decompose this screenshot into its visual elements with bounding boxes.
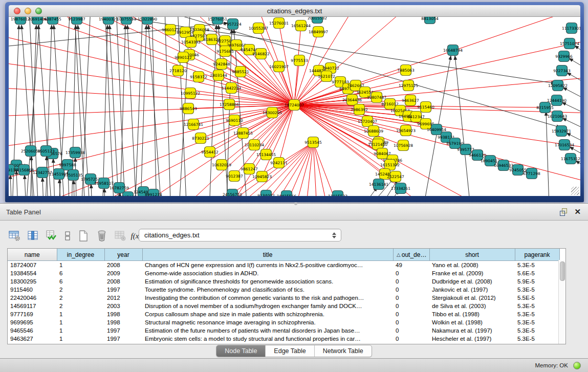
table-row[interactable]: 1456911722003Disruption of a novel membe… bbox=[8, 302, 559, 310]
graph-node[interactable]: 8813054 bbox=[421, 17, 439, 24]
table-cell[interactable]: 9465546 bbox=[8, 326, 57, 335]
close-window-icon[interactable] bbox=[14, 8, 20, 14]
close-panel-icon[interactable]: ✕ bbox=[574, 208, 581, 215]
table-cell[interactable]: 1 bbox=[57, 326, 104, 335]
table-cell[interactable]: 5.3E-5 bbox=[515, 302, 559, 310]
table-cell[interactable]: 6 bbox=[57, 269, 104, 277]
table-cell[interactable]: 5.5E-5 bbox=[515, 294, 559, 302]
column-header-in_degree[interactable]: in_degree bbox=[57, 249, 104, 261]
table-cell[interactable]: Changes of HCN gene expression and I(f) … bbox=[142, 261, 393, 270]
graph-node[interactable]: 11015533 bbox=[328, 191, 347, 196]
graph-node[interactable]: 16021907 bbox=[269, 61, 289, 72]
table-settings-icon[interactable] bbox=[7, 229, 23, 243]
graph-node[interactable]: 19400321 bbox=[99, 17, 118, 25]
graph-node[interactable]: 17334261 bbox=[391, 183, 410, 194]
table-cell[interactable]: 1997 bbox=[104, 286, 142, 294]
table-cell[interactable]: Genome-wide association studies in ADHD. bbox=[142, 269, 393, 277]
network-view-window[interactable]: citations_edges.txt 18724007986012389129… bbox=[5, 2, 584, 202]
graph-node[interactable]: 12975125 bbox=[399, 80, 418, 91]
graph-node[interactable]: 8215955 bbox=[536, 102, 554, 113]
table-cell[interactable]: 9463627 bbox=[8, 335, 57, 343]
table-cell[interactable]: Dudbridge et al. (2008) bbox=[429, 277, 515, 286]
column-header-year[interactable]: year bbox=[104, 249, 142, 261]
graph-node[interactable]: 9123987 bbox=[68, 17, 85, 25]
graph-node[interactable]: 15932971 bbox=[552, 126, 571, 137]
table-cell[interactable]: 18300295 bbox=[8, 277, 57, 286]
table-cell[interactable]: Jankovic et al. (1997) bbox=[429, 286, 515, 294]
table-cell[interactable]: 5.6E-5 bbox=[515, 269, 559, 277]
table-cell[interactable]: 9777169 bbox=[8, 310, 57, 318]
table-cell[interactable]: 1 bbox=[57, 261, 104, 270]
table-cell[interactable]: 2008 bbox=[104, 261, 142, 270]
graph-node[interactable]: 15751074 bbox=[560, 38, 579, 49]
table-row[interactable]: 1872400712008Changes of HCN gene express… bbox=[8, 261, 559, 270]
graph-node[interactable]: 9387455 bbox=[44, 17, 61, 25]
splitter-handle[interactable] bbox=[294, 202, 297, 205]
graph-node[interactable]: 15720407 bbox=[358, 116, 377, 127]
table-cell[interactable]: Franke et al. (2009) bbox=[429, 269, 515, 277]
table-cell[interactable]: Stergiakouli et al. (2012) bbox=[429, 294, 515, 302]
table-cell[interactable]: 0 bbox=[393, 294, 429, 302]
graph-node[interactable]: 12095822 bbox=[548, 80, 568, 91]
table-cell[interactable]: Tourette syndrome. Phenomenology and cla… bbox=[142, 286, 393, 294]
table-cell[interactable]: 1997 bbox=[104, 335, 142, 343]
table-cell[interactable]: 1 bbox=[57, 310, 104, 318]
delete-table-icon[interactable] bbox=[113, 229, 128, 243]
table-cell[interactable]: 19384554 bbox=[8, 269, 57, 277]
column-header-short[interactable]: short bbox=[429, 249, 515, 261]
table-cell[interactable]: 2009 bbox=[104, 269, 142, 277]
graph-node[interactable]: 16648794 bbox=[443, 45, 463, 56]
table-cell[interactable]: 5.3E-5 bbox=[515, 286, 559, 294]
table-cell[interactable]: Estimation of significance thresholds fo… bbox=[142, 277, 393, 286]
table-cell[interactable]: 0 bbox=[393, 286, 429, 294]
graph-node[interactable]: 9775533 bbox=[291, 55, 308, 66]
graph-node[interactable]: 9554412 bbox=[201, 147, 219, 158]
table-cell[interactable]: 1998 bbox=[104, 310, 142, 318]
table-cell[interactable]: 5.3E-5 bbox=[515, 318, 559, 326]
graph-node[interactable]: 17016534 bbox=[555, 140, 574, 150]
table-cell[interactable]: 5.3E-5 bbox=[515, 326, 559, 335]
zoom-window-icon[interactable] bbox=[35, 8, 42, 14]
network-window-titlebar[interactable]: citations_edges.txt bbox=[9, 5, 580, 17]
graph-node[interactable]: 10632019 bbox=[212, 160, 231, 170]
graph-node[interactable]: 9134002 bbox=[257, 190, 275, 196]
table-cell[interactable]: 0 bbox=[393, 318, 429, 326]
table-cell[interactable]: 0 bbox=[393, 302, 429, 310]
network-canvas[interactable]: 1872400798601238912954182260589827503818… bbox=[9, 17, 580, 196]
tab-node-table[interactable]: Node Table bbox=[216, 345, 266, 357]
table-cell[interactable]: 2003 bbox=[104, 302, 142, 310]
table-cell[interactable]: 0 bbox=[393, 335, 429, 343]
graph-node[interactable]: 9012387 bbox=[226, 171, 243, 182]
table-cell[interactable]: Tibbo et al. (1998) bbox=[429, 310, 515, 318]
graph-node[interactable]: 12166741 bbox=[184, 119, 203, 130]
graph-node[interactable]: 11675312 bbox=[561, 154, 580, 164]
table-select-dropdown[interactable]: citations_edges.txt bbox=[139, 229, 341, 242]
table-cell[interactable]: 18724007 bbox=[8, 261, 57, 270]
tab-edge-table[interactable]: Edge Table bbox=[266, 345, 314, 357]
table-cell[interactable]: 5.3E-5 bbox=[515, 261, 559, 270]
table-cell[interactable]: Embryonic stem cells: a model to study s… bbox=[142, 335, 393, 343]
table-cell[interactable]: 0 bbox=[393, 269, 429, 277]
table-cell[interactable]: 2012 bbox=[104, 294, 142, 302]
table-cell[interactable]: Investigating the contribution of common… bbox=[142, 294, 393, 302]
float-panel-icon[interactable] bbox=[560, 208, 567, 215]
graph-node[interactable]: 15276001 bbox=[269, 18, 289, 29]
graph-node[interactable]: 11173301 bbox=[562, 23, 580, 34]
graph-node[interactable]: 9158372 bbox=[190, 72, 207, 82]
table-row[interactable]: 977716911998Corpus callosum shape and si… bbox=[8, 310, 559, 318]
table-cell[interactable]: 9699695 bbox=[8, 318, 57, 326]
table-cell[interactable]: Disruption of a novel member of a sodium… bbox=[142, 302, 393, 310]
graph-node[interactable]: 24556710 bbox=[223, 189, 242, 196]
graph-node[interactable]: 2803144 bbox=[210, 70, 227, 81]
table-cell[interactable]: Corpus callosum shape and size in male p… bbox=[142, 310, 393, 318]
table-cell[interactable]: 0 bbox=[393, 326, 429, 335]
table-cell[interactable]: Estimation of the future numbers of pati… bbox=[142, 326, 393, 335]
graph-node[interactable]: 8730221 bbox=[192, 133, 209, 144]
table-cell[interactable]: de Silva et al. (2003) bbox=[429, 302, 515, 310]
graph-node[interactable]: 16561244 bbox=[291, 20, 311, 31]
table-row[interactable]: 946362711997Embryonic stem cells: a mode… bbox=[8, 335, 559, 343]
column-header-name[interactable]: name bbox=[8, 249, 57, 261]
graph-node[interactable]: 9115460 bbox=[417, 102, 434, 113]
show-column-icon[interactable] bbox=[26, 229, 41, 243]
table-row[interactable]: 1938455462009Genome-wide association stu… bbox=[8, 269, 559, 277]
